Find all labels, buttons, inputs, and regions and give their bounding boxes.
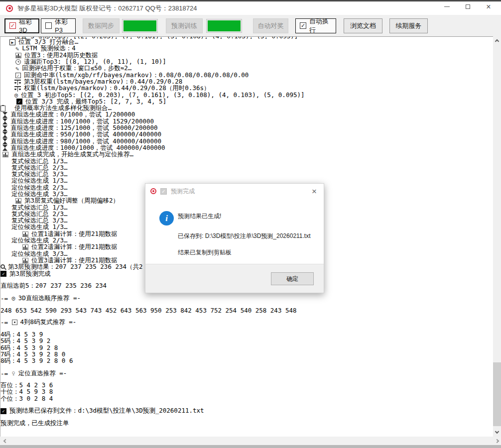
log-line-text: 3D直组选顺序推荐 =- xyxy=(18,294,81,303)
auto-wrap-toggle[interactable]: ✓ 自动换行 xyxy=(295,18,336,33)
hourglass-icon xyxy=(2,112,7,118)
log-line-text: 248 653 542 590 293 543 743 452 643 563 … xyxy=(0,307,297,314)
auto-wrap-checkbox-icon: ✓ xyxy=(300,22,306,29)
sync-progress-fill xyxy=(124,20,156,31)
log-line-text: 8码：4 5 3 9 2 8 0 6 xyxy=(0,357,73,365)
ticai-p3-checkbox-icon xyxy=(45,22,52,29)
sync-progress-bar xyxy=(122,19,158,33)
log-line-prefix: -= xyxy=(0,370,12,377)
log-line-prefix: -= xyxy=(0,295,12,302)
log-line: 预测完成，已生成投注单 xyxy=(0,420,493,427)
log-line: 直组选生成完成，开始生成复式与定位推荐… xyxy=(0,151,493,158)
window-title: 智多星福彩3D大模型 版权登记号：0262717 QQ号：23818724 xyxy=(17,4,197,13)
log-line: 7码：4 5 3 9 2 8 0 xyxy=(0,351,493,358)
chevron-up-icon xyxy=(495,39,499,43)
dialog-title: 预测完成 xyxy=(171,187,195,196)
clipboard-icon xyxy=(0,106,5,112)
scales-icon xyxy=(14,86,21,92)
fucai3d-checkbox-icon: ✓ xyxy=(9,22,16,29)
window-bottom-edge xyxy=(0,445,501,448)
log-line-text: 预测结果已保存到文件：d:\3d模型\投注单\3D预测_20260211.txt xyxy=(9,407,204,415)
log-line: 复式候选汇总 3/3… xyxy=(0,171,493,178)
maximize-icon xyxy=(466,4,470,9)
dialog-close-button[interactable]: × xyxy=(310,187,319,196)
log-line xyxy=(0,377,493,382)
titlebar: 智多星福彩3D大模型 版权登记号：0262717 QQ号：23818724 xyxy=(0,1,501,15)
checkblack-icon: ✓ xyxy=(16,99,22,105)
fucai3d-toggle[interactable]: ✓ 福彩3D xyxy=(4,18,39,33)
pencil-icon: ✎ xyxy=(15,66,19,72)
dialog-body: i 预测结果已生成! 已保存到: D:\3D模型\投注单\3D预测_202602… xyxy=(145,199,324,265)
data-sync-label: 数据同步 xyxy=(88,21,114,30)
maximize-button[interactable] xyxy=(457,0,478,13)
app-logo-icon xyxy=(6,5,13,12)
checkblack-icon: ✓ xyxy=(0,271,6,277)
hourglass-icon xyxy=(2,118,7,124)
scroll-up-button[interactable] xyxy=(493,36,501,45)
ticai-p3-toggle[interactable]: 体彩P3 xyxy=(41,18,76,33)
vertical-scrollbar-thumb[interactable] xyxy=(493,362,501,426)
dialog-message-saved-path: 已保存到: D:\3D模型\投注单\3D预测_20260211.txt xyxy=(178,232,311,240)
log-line: 8码：4 5 3 9 2 8 0 6 xyxy=(0,358,493,364)
browse-doc-button[interactable]: 浏览文档 xyxy=(344,18,382,33)
dialog-message-generated: 预测结果已生成! xyxy=(178,212,311,221)
train-button: 预测训练 xyxy=(166,18,203,33)
chevron-right-icon xyxy=(495,439,499,443)
train-progress-bar xyxy=(206,19,242,33)
browse-doc-label: 浏览文档 xyxy=(350,21,376,30)
chart-icon xyxy=(22,244,28,250)
dice-icon xyxy=(12,320,17,325)
log-line-text: 预测完成，已生成投注单 xyxy=(0,419,69,428)
log-line-text: 定位直选推荐 =- xyxy=(18,369,67,378)
ok-button[interactable]: 确定 xyxy=(271,272,314,285)
train-progress-fill xyxy=(208,20,241,31)
data-sync-button: 数据同步 xyxy=(83,18,120,33)
dialog-checkbox-icon: ✓ xyxy=(160,188,167,195)
minimize-button[interactable] xyxy=(436,0,457,13)
checkblack-icon: ✓ xyxy=(0,408,6,414)
window-controls: × xyxy=(436,0,499,13)
clock-icon xyxy=(15,59,21,65)
chart-icon xyxy=(22,258,28,263)
target-icon: ◎ xyxy=(12,295,15,301)
dialog-message-clipboard: 结果已复制到剪贴板 xyxy=(178,248,311,257)
pencil-icon: ✎ xyxy=(15,46,19,52)
log-line: 复式候选汇总 1/3… xyxy=(0,158,493,164)
chevron-left-icon xyxy=(3,439,7,443)
horizontal-scrollbar[interactable] xyxy=(0,437,501,445)
chart-icon xyxy=(15,198,21,204)
log-line-text: 第3层预测完成 xyxy=(9,270,51,278)
log-line: -= ◎3D直组选顺序推荐 =- xyxy=(0,295,493,301)
toolbar: ✓ 福彩3D 体彩P3 数据同步 预测训练 自动对奖 ✓ 自动换行 浏览文档 xyxy=(0,15,501,36)
log-line: 十位：4 5 9 3 8 xyxy=(0,389,493,395)
log-line-text: 4到8码复式推荐 =- xyxy=(20,318,77,327)
auto-check-button: 自动对奖 xyxy=(253,18,288,33)
train-label: 预测训练 xyxy=(171,21,197,30)
dialog-messages: 预测结果已生成! 已保存到: D:\3D模型\投注单\3D预测_20260211… xyxy=(178,199,311,257)
chevron-down-icon xyxy=(495,430,499,434)
prediction-complete-dialog: ✓ 预测完成 × i 预测结果已生成! 已保存到: D:\3D模型\投注单\3D… xyxy=(145,183,324,293)
app-window: 智多星福彩3D大模型 版权登记号：0262717 QQ号：23818724 × … xyxy=(0,0,501,448)
renew-service-button[interactable]: 续期服务 xyxy=(389,18,428,33)
target-icon: ◎ xyxy=(14,92,18,98)
vertical-scrollbar[interactable] xyxy=(493,36,501,437)
scroll-down-button[interactable] xyxy=(493,428,501,437)
log-line: 6码：4 5 3 9 2 8 xyxy=(0,344,493,351)
hourglass-icon xyxy=(2,132,7,138)
log-line: 个位：3 0 2 8 4 xyxy=(0,396,493,402)
log-line xyxy=(0,364,493,370)
log-line: -= 4到8码复式推荐 =- xyxy=(0,319,493,326)
chart-icon xyxy=(15,53,21,58)
close-icon: × xyxy=(486,3,491,11)
hourglass-icon xyxy=(2,125,7,131)
log-line: 百位：5 4 2 3 6 xyxy=(0,382,493,389)
log-line-text: 个位：3 0 2 8 4 xyxy=(0,395,53,403)
play-icon: ▶ xyxy=(9,39,15,45)
close-button[interactable]: × xyxy=(478,0,499,13)
dialog-titlebar: ✓ 预测完成 × xyxy=(145,184,324,199)
search-icon xyxy=(0,264,5,269)
renew-service-label: 续期服务 xyxy=(396,21,422,30)
ticai-p3-label: 体彩P3 xyxy=(55,17,71,34)
hourglass-icon xyxy=(2,145,7,151)
auto-check-label: 自动对奖 xyxy=(258,21,284,30)
